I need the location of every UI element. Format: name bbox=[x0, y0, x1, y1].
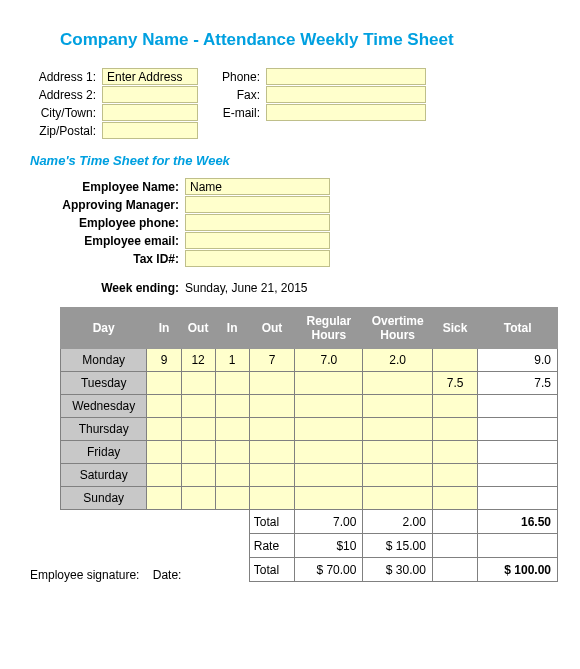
out2-cell[interactable] bbox=[249, 487, 294, 510]
in1-cell[interactable] bbox=[147, 441, 181, 464]
sick-cell[interactable] bbox=[432, 464, 477, 487]
reg-cell[interactable] bbox=[295, 464, 363, 487]
phone-input[interactable] bbox=[266, 68, 426, 85]
row-total-cell bbox=[478, 395, 558, 418]
out2-cell[interactable] bbox=[249, 464, 294, 487]
out1-cell[interactable] bbox=[181, 372, 215, 395]
emp-email-input[interactable] bbox=[185, 232, 330, 249]
day-name: Wednesday bbox=[61, 395, 147, 418]
out1-cell[interactable] bbox=[181, 395, 215, 418]
address1-input[interactable] bbox=[102, 68, 198, 85]
emp-tax-input[interactable] bbox=[185, 250, 330, 267]
emp-mgr-label: Approving Manager: bbox=[30, 198, 185, 212]
table-row: Saturday bbox=[61, 464, 558, 487]
out2-cell[interactable] bbox=[249, 395, 294, 418]
employee-block: Employee Name: Approving Manager: Employ… bbox=[30, 178, 550, 267]
summary-total-reg: 7.00 bbox=[295, 510, 363, 534]
ot-cell[interactable] bbox=[363, 418, 432, 441]
in2-cell[interactable]: 1 bbox=[215, 349, 249, 372]
row-total-cell: 7.5 bbox=[478, 372, 558, 395]
emp-phone-label: Employee phone: bbox=[30, 216, 185, 230]
th-out2: Out bbox=[249, 308, 294, 349]
summary-rate-total bbox=[478, 534, 558, 558]
out1-cell[interactable] bbox=[181, 487, 215, 510]
row-total-cell: 9.0 bbox=[478, 349, 558, 372]
table-row: Tuesday7.57.5 bbox=[61, 372, 558, 395]
phone-label: Phone: bbox=[218, 70, 266, 84]
ot-cell[interactable] bbox=[363, 464, 432, 487]
in1-cell[interactable] bbox=[147, 372, 181, 395]
emp-mgr-input[interactable] bbox=[185, 196, 330, 213]
th-in2: In bbox=[215, 308, 249, 349]
summary-gtotal-sick bbox=[432, 558, 477, 582]
day-name: Saturday bbox=[61, 464, 147, 487]
out1-cell[interactable] bbox=[181, 418, 215, 441]
week-ending-label: Week ending: bbox=[30, 281, 185, 295]
in1-cell[interactable]: 9 bbox=[147, 349, 181, 372]
emp-phone-input[interactable] bbox=[185, 214, 330, 231]
address2-input[interactable] bbox=[102, 86, 198, 103]
out1-cell[interactable] bbox=[181, 464, 215, 487]
th-in1: In bbox=[147, 308, 181, 349]
reg-cell[interactable]: 7.0 bbox=[295, 349, 363, 372]
table-row: Monday912177.02.09.0 bbox=[61, 349, 558, 372]
sick-cell[interactable] bbox=[432, 349, 477, 372]
in1-cell[interactable] bbox=[147, 487, 181, 510]
day-name: Tuesday bbox=[61, 372, 147, 395]
reg-cell[interactable] bbox=[295, 372, 363, 395]
address1-label: Address 1: bbox=[30, 70, 102, 84]
in2-cell[interactable] bbox=[215, 372, 249, 395]
day-name: Sunday bbox=[61, 487, 147, 510]
row-total-cell bbox=[478, 441, 558, 464]
email-input[interactable] bbox=[266, 104, 426, 121]
emp-name-input[interactable] bbox=[185, 178, 330, 195]
table-row: Friday bbox=[61, 441, 558, 464]
summary-gtotal-total: $ 100.00 bbox=[478, 558, 558, 582]
address-block: Address 1: Address 2: City/Town: Zip/Pos… bbox=[30, 68, 550, 139]
emp-tax-label: Tax ID#: bbox=[30, 252, 185, 266]
zip-input[interactable] bbox=[102, 122, 198, 139]
out1-cell[interactable] bbox=[181, 441, 215, 464]
subtitle: Name's Time Sheet for the Week bbox=[30, 153, 550, 168]
out2-cell[interactable]: 7 bbox=[249, 349, 294, 372]
reg-cell[interactable] bbox=[295, 395, 363, 418]
th-sick: Sick bbox=[432, 308, 477, 349]
in1-cell[interactable] bbox=[147, 395, 181, 418]
in2-cell[interactable] bbox=[215, 464, 249, 487]
ot-cell[interactable] bbox=[363, 372, 432, 395]
sick-cell[interactable] bbox=[432, 487, 477, 510]
sick-cell[interactable]: 7.5 bbox=[432, 372, 477, 395]
out2-cell[interactable] bbox=[249, 372, 294, 395]
ot-cell[interactable] bbox=[363, 395, 432, 418]
signature-line: Employee signature: Date: bbox=[30, 568, 181, 582]
reg-cell[interactable] bbox=[295, 418, 363, 441]
ot-cell[interactable]: 2.0 bbox=[363, 349, 432, 372]
in2-cell[interactable] bbox=[215, 441, 249, 464]
out2-cell[interactable] bbox=[249, 418, 294, 441]
reg-cell[interactable] bbox=[295, 487, 363, 510]
in2-cell[interactable] bbox=[215, 395, 249, 418]
summary-total-sick bbox=[432, 510, 477, 534]
out2-cell[interactable] bbox=[249, 441, 294, 464]
page-title: Company Name - Attendance Weekly Time Sh… bbox=[60, 30, 550, 50]
sick-cell[interactable] bbox=[432, 395, 477, 418]
in1-cell[interactable] bbox=[147, 464, 181, 487]
zip-label: Zip/Postal: bbox=[30, 124, 102, 138]
in2-cell[interactable] bbox=[215, 418, 249, 441]
in2-cell[interactable] bbox=[215, 487, 249, 510]
summary-rate-ot: $ 15.00 bbox=[363, 534, 432, 558]
ot-cell[interactable] bbox=[363, 441, 432, 464]
sick-cell[interactable] bbox=[432, 418, 477, 441]
emp-name-label: Employee Name: bbox=[30, 180, 185, 194]
ot-cell[interactable] bbox=[363, 487, 432, 510]
out1-cell[interactable]: 12 bbox=[181, 349, 215, 372]
summary-total-ot: 2.00 bbox=[363, 510, 432, 534]
in1-cell[interactable] bbox=[147, 418, 181, 441]
city-input[interactable] bbox=[102, 104, 198, 121]
reg-cell[interactable] bbox=[295, 441, 363, 464]
summary-total-total: 16.50 bbox=[478, 510, 558, 534]
sick-cell[interactable] bbox=[432, 441, 477, 464]
day-name: Thursday bbox=[61, 418, 147, 441]
fax-input[interactable] bbox=[266, 86, 426, 103]
fax-label: Fax: bbox=[218, 88, 266, 102]
